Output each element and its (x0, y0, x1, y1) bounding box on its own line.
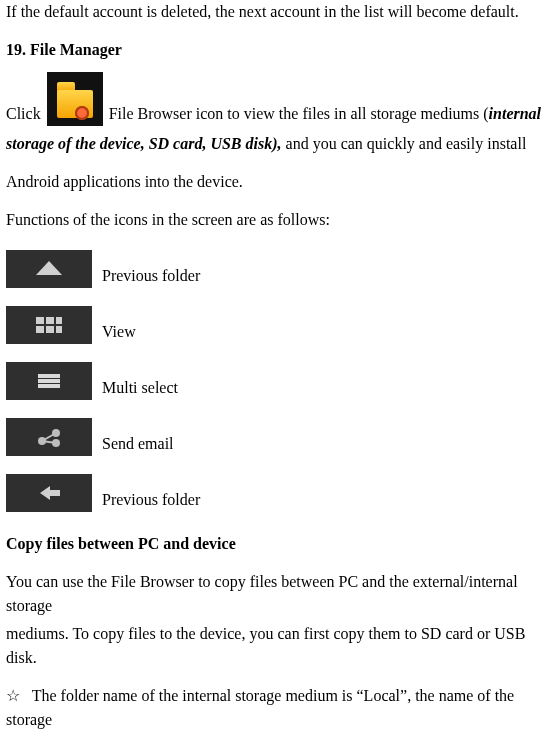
svg-rect-8 (38, 384, 60, 388)
multi-select-icon (6, 362, 92, 400)
icon-label: Previous folder (102, 488, 200, 512)
copy-para-2: mediums. To copy files to the device, yo… (6, 622, 544, 670)
svg-rect-1 (46, 317, 54, 324)
intro-paragraph: If the default account is deleted, the n… (6, 0, 544, 24)
copy-para-1: You can use the File Browser to copy fil… (6, 570, 544, 618)
icon-row-send-email: Send email (6, 418, 544, 456)
previous-folder-icon-2 (6, 474, 92, 512)
bold-italic-frag-1: internal (489, 102, 541, 126)
icon-row-multi-select: Multi select (6, 362, 544, 400)
svg-rect-2 (56, 317, 62, 324)
svg-rect-7 (38, 379, 60, 383)
after-bold-1: and you can quickly and easily install (286, 135, 527, 152)
icon-row-previous-folder: Previous folder (6, 250, 544, 288)
copy-heading: Copy files between PC and device (6, 532, 544, 556)
svg-rect-0 (36, 317, 44, 324)
star-text: The folder name of the internal storage … (6, 687, 514, 728)
svg-rect-4 (46, 326, 54, 333)
send-email-icon (6, 418, 92, 456)
click-line-cont: storage of the device, SD card, USB disk… (6, 132, 544, 156)
icon-label: Send email (102, 432, 174, 456)
click-line-3: Android applications into the device. (6, 170, 544, 194)
svg-rect-6 (38, 374, 60, 378)
previous-folder-icon (6, 250, 92, 288)
icon-label: Multi select (102, 376, 178, 400)
star-icon: ☆ (6, 687, 20, 704)
click-line: Click File Browser icon to view the file… (6, 72, 544, 126)
after-icon-text-1a: File Browser icon to view the files in a… (109, 102, 489, 126)
icon-row-view: View (6, 306, 544, 344)
icon-label: View (102, 320, 136, 344)
star-note: ☆ The folder name of the internal storag… (6, 684, 544, 732)
file-browser-icon (47, 72, 103, 126)
view-icon (6, 306, 92, 344)
svg-rect-5 (56, 326, 62, 333)
section-heading-file-manager: 19. File Manager (6, 38, 544, 62)
functions-intro: Functions of the icons in the screen are… (6, 208, 544, 232)
icon-label: Previous folder (102, 264, 200, 288)
icon-row-previous-folder-2: Previous folder (6, 474, 544, 512)
click-label: Click (6, 102, 41, 126)
svg-rect-3 (36, 326, 44, 333)
bold-italic-frag-2: storage of the device, SD card, USB disk… (6, 135, 282, 152)
